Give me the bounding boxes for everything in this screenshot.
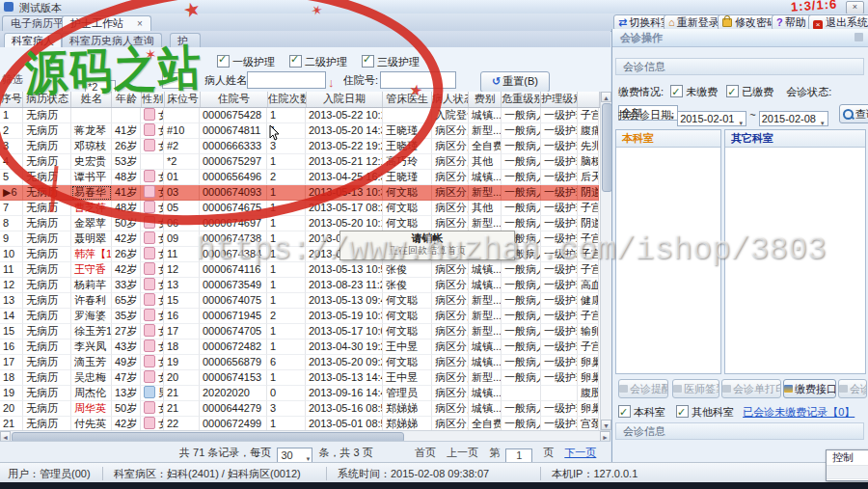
cell-times: 1 (267, 108, 306, 123)
cell-admit-date: 2013-04-30 19:21 (306, 340, 383, 355)
cell-fee-type: 其他 (469, 154, 502, 170)
column-header[interactable]: 管床医生 (383, 92, 432, 107)
date-to-select[interactable]: 2015-02-08▼ (759, 111, 828, 126)
scroll-up-icon[interactable]: ▲ (601, 92, 611, 102)
table-row[interactable]: 14无病历罗海婆35岁女16000067194522013-05-19 10:3… (0, 309, 600, 324)
cell-record-status: 无病历 (23, 201, 71, 216)
table-row[interactable]: 8无病历金翠苹50岁女06000067469712013-05-20 10:17… (0, 216, 600, 231)
column-header[interactable]: 性别 (142, 92, 165, 107)
column-header[interactable]: 费别 (469, 92, 502, 107)
date-separator: ~ (749, 109, 755, 121)
column-header[interactable]: 住院次数 (268, 92, 307, 107)
other-dept-checkbox[interactable]: 其他科室 (676, 406, 734, 418)
cell-name: 许春利 (71, 293, 112, 309)
table-row[interactable]: 3无病历邓琼枝26岁女#2000066633332013-05-22 19:22… (0, 139, 600, 154)
column-header[interactable]: 姓名 (71, 92, 112, 107)
table-row[interactable]: 11无病历王守香【2个42岁女12000067411612013-05-13 1… (0, 262, 600, 278)
table-row[interactable]: ▶6无病历易春华41岁女03000067409312013-05-13 10:3… (0, 185, 600, 201)
cell-fee-type: 城镇... (469, 401, 502, 417)
cell-diagnosis: 后天性 (578, 170, 599, 185)
cell-patient-state: 病区分床 (432, 324, 469, 340)
column-header[interactable]: 序号 (0, 92, 23, 107)
table-row[interactable]: 2无病历蒋龙琴41岁女#10000067481112013-05-20 14:3… (0, 123, 600, 139)
female-icon (144, 170, 155, 182)
cell-times: 2 (267, 309, 306, 324)
female-icon (144, 309, 155, 321)
tab-history-query[interactable]: 科室历史病人查询 (62, 33, 162, 48)
inpatient-no-input[interactable] (380, 71, 456, 89)
table-row[interactable]: 20无病历周华英【1个50岁女21000064427932013-05-16 0… (0, 401, 600, 417)
female-icon (144, 262, 155, 275)
table-row[interactable]: 15无病历徐玉芳1127岁女17000067470512013-05-17 10… (0, 324, 600, 340)
cell-record-status: 无病历 (23, 185, 71, 201)
cell-inpatient-no: 0000674153 (200, 370, 267, 386)
pin-icon[interactable] (854, 33, 863, 41)
cell-fee-type: 新型... (469, 309, 502, 324)
cell-times: 1 (267, 231, 306, 247)
cell-patient-state: 病区分床 (432, 370, 469, 386)
table-row[interactable]: 7无病历曹芝萍【1个48岁女05000067467512013-05-17 08… (0, 201, 600, 216)
care-filter-2[interactable]: 二级护理 (289, 55, 347, 69)
table-row[interactable]: 16无病历李兴凤43岁女18000067248212013-04-30 19:2… (0, 340, 600, 355)
window-close-button[interactable]: × (846, 1, 864, 14)
cell-admit-date: 2013-05-17 08:23 (306, 201, 383, 216)
column-header[interactable]: 床位号 (165, 92, 201, 107)
table-row[interactable]: 19无病历周杰伦13岁男212020202002013-09-16 14:47管… (0, 386, 600, 401)
next-page-link[interactable]: 下一页 (564, 447, 596, 458)
tab-dept-patients[interactable]: 科室病人 (4, 33, 62, 48)
vertical-scrollbar[interactable]: ▲ ▼ (600, 92, 611, 430)
tab-partial[interactable]: 护 (170, 33, 201, 48)
table-row[interactable]: 18无病历吴忠梅47岁女20000067415312013-05-13 14:4… (0, 370, 600, 386)
first-page-link[interactable]: 首页 (415, 447, 436, 458)
consultation-panel-title: 会诊操作 (612, 29, 868, 47)
consult-button-4[interactable]: 缴费接口 (783, 379, 836, 398)
cell-diagnosis: 子宫内 (578, 262, 599, 278)
date-from-select[interactable]: 2015-02-01▼ (677, 111, 746, 126)
care-filter-3[interactable]: 三级护理 (362, 55, 420, 69)
prev-page-link[interactable]: 上一页 (447, 447, 478, 458)
app-icon (4, 2, 14, 12)
cell-severity: 一般病人 (502, 262, 541, 278)
cell-doctor: 何文聪 (383, 216, 432, 231)
column-header[interactable]: 病人状态 (432, 92, 469, 107)
cell-no: 1 (0, 108, 23, 123)
cell-diagnosis: 子宫颈 (578, 340, 599, 355)
care-filter-1[interactable]: 一级护理 (217, 55, 275, 69)
checkbox-icon (289, 55, 302, 68)
column-header[interactable]: 住院号 (201, 92, 267, 107)
cell-gender: 女 (141, 185, 164, 201)
cell-inpatient-no: 0000674093 (200, 185, 267, 201)
control-popup-label[interactable]: 控制 (827, 450, 868, 466)
search-button[interactable]: 查询 (839, 104, 868, 123)
cell-admit-date: 2013-05-13 09:44 (306, 293, 383, 309)
scroll-down-icon[interactable]: ▼ (601, 420, 611, 430)
other-dept-list[interactable]: 其它科室 (724, 129, 866, 374)
table-row[interactable]: 1无病历女000067542812013-05-22 10:16入院登记城镇..… (0, 108, 600, 123)
table-row[interactable]: 5无病历谭书平48岁女01000065649622013-04-25 16:37… (0, 170, 600, 185)
partial-input[interactable] (162, 72, 195, 89)
cell-admit-date: 2013-05-22 10:16 (306, 108, 383, 123)
column-header[interactable] (578, 92, 600, 107)
paid-checkbox[interactable]: 已缴费 (726, 86, 773, 97)
tab-close-icon[interactable]: × (137, 16, 143, 31)
table-row[interactable]: 13无病历许春利65岁女15000067407512013-05-13 09:4… (0, 293, 600, 309)
local-dept-list[interactable]: 本科室 (615, 129, 721, 374)
column-header[interactable]: 年龄 (112, 92, 141, 107)
column-header[interactable]: 危重级别 (502, 92, 541, 107)
cell-patient-state: 病区分床 (432, 201, 469, 216)
column-header[interactable]: 入院日期 (307, 92, 383, 107)
table-row[interactable]: 12无病历杨莉芊33岁女13000067354912013-08-23 11:2… (0, 278, 600, 293)
unpaid-checkbox[interactable]: 未缴费 (670, 86, 718, 97)
patient-name-input[interactable] (247, 71, 326, 89)
column-header[interactable]: 护理级别 (541, 92, 578, 107)
tab-nurse-station[interactable]: 护士工作站× (62, 15, 151, 32)
reset-button[interactable]: ↺重置(B) (480, 71, 550, 93)
column-header[interactable]: 病历状态 (23, 92, 71, 107)
page-label-post: 页 (543, 447, 554, 458)
table-row[interactable]: 17无病历滴玉芳49岁女19000065687962013-05-20 09:2… (0, 355, 600, 370)
cell-diagnosis: 阴道炎 (578, 216, 599, 231)
control-popup[interactable]: 控制 (826, 449, 868, 481)
table-row[interactable]: 4无病历史宏贵53岁*2000067529712013-05-21 12:13高… (0, 154, 600, 170)
cell-inpatient-no: 0000644279 (200, 401, 267, 417)
local-dept-checkbox[interactable]: 本科室 (618, 406, 665, 418)
